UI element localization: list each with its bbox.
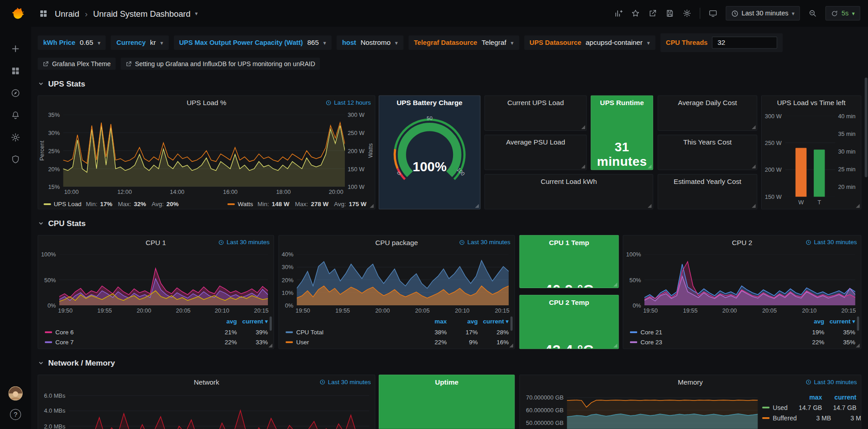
panel-header-cpu-1[interactable]: CPU 1Last 30 minutes [38,236,273,250]
bar-w[interactable] [796,148,806,197]
variable-value[interactable]: apcupsd-container [586,39,643,47]
panel-header-estimated-yearly-cost[interactable]: Estimated Yearly Cost [658,174,757,189]
dashboard-link-grafana-plex-theme[interactable]: Grafana Plex Theme [38,58,115,70]
network-chart-area[interactable] [69,394,369,429]
legend-column-max[interactable]: max [419,318,447,325]
dashboards-icon[interactable] [10,66,20,76]
section-ups-stats[interactable]: UPS Stats [38,79,85,88]
dashboard-link-setting-up-grafana-and-influ[interactable]: Setting up Grafana and InfluxDB for UPS … [121,58,320,70]
panel-header-ups-load-vs-time-left[interactable]: UPS Load vs Time left [762,96,861,111]
legend-row-core-7[interactable]: Core 722%33% [45,337,268,347]
tv-kiosk-mode-icon[interactable] [708,9,717,18]
panel-header-ups-battery-charge[interactable]: UPS Battery Charge [379,96,480,111]
legend-column-avg[interactable]: avg [209,318,237,325]
legend-row-user[interactable]: User22%9%16% [286,337,509,347]
series-name[interactable]: Used [762,404,787,411]
legend-item-ups-load[interactable]: UPS LoadMin:17%Max:32%Avg:20% [44,201,181,207]
configuration-gear-icon[interactable] [10,132,20,142]
legend-column-max[interactable]: max [791,394,822,400]
cpu-package-chart-area[interactable] [297,254,509,305]
variable-value[interactable]: 0.65 [80,39,93,47]
scrollbar-thumb[interactable] [865,77,868,177]
user-avatar[interactable] [8,386,23,401]
legend-scrollbar[interactable] [510,316,513,331]
breadcrumb-app[interactable]: Unraid [55,9,79,18]
dashboard-grid-icon[interactable] [39,9,48,18]
variable-caret-icon[interactable]: ▾ [647,39,650,45]
variable-value[interactable]: kr [150,39,156,47]
panel-header-cpu-2-temp[interactable]: CPU 2 Temp [520,295,619,310]
panel-header-memory[interactable]: MemoryLast 30 minutes [520,375,861,390]
legend-row-buffered[interactable]: Buffered3 MB3 MB [762,413,856,423]
star-icon[interactable] [631,9,640,18]
legend-column-current[interactable]: current [825,394,856,400]
panel-header-average-psu-load[interactable]: Average PSU Load [485,135,587,149]
variable-value[interactable]: 865 [307,39,319,47]
variable-caret-icon[interactable]: ▾ [160,39,163,45]
panel-header-current-load-kwh[interactable]: Current Load kWh [485,174,653,189]
share-icon[interactable] [648,9,657,18]
legend-scrollbar[interactable] [270,316,272,331]
panel-header-ups-runtime[interactable]: UPS Runtime [591,96,653,111]
add-panel-icon[interactable] [614,9,623,18]
legend-column-current[interactable]: current ▾ [481,318,509,325]
variable-input[interactable]: 32 [712,37,777,49]
series-name[interactable]: User [286,338,415,345]
save-icon[interactable] [665,9,674,18]
dashboard-dropdown-caret-icon[interactable]: ▾ [195,10,198,16]
legend-row-core-21[interactable]: Core 2119%35% [630,327,855,337]
legend-column-current[interactable]: current ▾ [240,318,268,325]
ups-load-vs-time-left-chart-area[interactable] [785,116,835,197]
variable-caret-icon[interactable]: ▾ [323,39,326,45]
variable-caret-icon[interactable]: ▾ [510,39,513,45]
grafana-logo[interactable] [6,4,25,23]
variable-value[interactable]: Nostromo [361,39,391,47]
series-name[interactable]: Buffered [762,415,796,422]
zoom-out-icon[interactable] [808,9,817,18]
ups-load-chart-area[interactable] [63,115,345,187]
legend-row-core-6[interactable]: Core 621%39% [45,327,268,337]
legend-row-cpu-total[interactable]: CPU Total38%17%28% [286,327,509,337]
variable-caret-icon[interactable]: ▾ [98,39,100,45]
legend-scrollbar[interactable] [857,316,859,331]
panel-header-network[interactable]: NetworkLast 30 minutes [38,375,375,390]
panel-header-this-years-cost[interactable]: This Years Cost [658,135,757,149]
legend-row-used[interactable]: Used14.7 GB14.7 GB [762,402,856,413]
panel-header-cpu-package[interactable]: CPU packageLast 30 minutes [279,236,514,250]
legend-column-avg[interactable]: avg [450,318,477,325]
bar-t[interactable] [814,149,825,197]
legend-column-current[interactable]: current ▾ [828,318,855,325]
explore-compass-icon[interactable] [10,88,20,98]
create-plus-icon[interactable] [10,44,20,54]
cpu-2-chart-area[interactable] [644,254,855,305]
y-axis-tick: 50% [623,276,641,283]
section-cpu-stats[interactable]: CPU Stats [38,219,86,228]
series-name[interactable]: Core 7 [45,338,206,345]
series-name[interactable]: Core 6 [45,328,206,335]
cpu-1-chart-area[interactable] [59,254,268,305]
section-network-memory[interactable]: Network / Memory [38,358,115,367]
panel-header-uptime[interactable]: Uptime [379,375,514,390]
panel-header-current-ups-load[interactable]: Current UPS Load [485,96,587,111]
panel-header-cpu-2[interactable]: CPU 2Last 30 minutes [623,236,861,250]
dashboard-settings-gear-icon[interactable] [682,9,692,18]
legend-column-avg[interactable]: avg [796,318,824,325]
breadcrumb-dashboard-title[interactable]: Unraid System Dashboard [93,9,191,18]
panel-header-ups-load[interactable]: UPS Load %Last 12 hours [38,96,375,111]
legend-item-watts[interactable]: WattsMin:148 WMax:278 WAvg:175 W [228,201,369,207]
variable-caret-icon[interactable]: ▾ [395,39,398,45]
series-name[interactable]: Core 23 [630,338,793,345]
refresh-picker[interactable]: 5s ▾ [825,6,860,20]
legend-row-core-23[interactable]: Core 2322%35% [630,337,855,347]
help-icon[interactable]: ? [10,409,21,420]
series-name[interactable]: Core 21 [630,328,793,335]
server-admin-shield-icon[interactable] [10,154,20,164]
alerting-bell-icon[interactable] [10,110,20,120]
memory-chart-area[interactable] [567,394,758,429]
variable-value[interactable]: Telegraf [482,39,506,47]
panel-header-cpu-1-temp[interactable]: CPU 1 Temp [520,236,619,250]
page-scrollbar[interactable] [865,29,868,427]
panel-header-average-daily-cost[interactable]: Average Daily Cost [658,96,757,111]
time-range-picker[interactable]: Last 30 minutes ▾ [725,6,800,20]
series-name[interactable]: CPU Total [286,328,415,335]
